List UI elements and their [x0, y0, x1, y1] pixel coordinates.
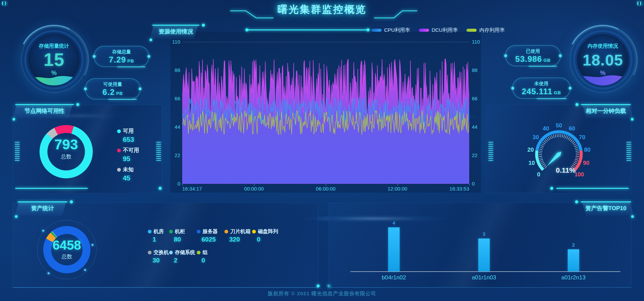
svg-text:80: 80	[584, 147, 591, 153]
memory-liquid-gauge[interactable]: 内存使用情况 18.05 %	[577, 34, 628, 85]
dashboard: 曙光集群监控概览 存储用量统计 15 % 存储总量 7.29PB 可使用量 6.…	[0, 0, 644, 301]
y-tick-label: 110	[169, 39, 180, 45]
storage-available-pill: 可使用量 6.2PB	[85, 78, 140, 99]
legend-value: 2	[174, 257, 195, 264]
legend-value: 6025	[202, 236, 218, 243]
asset-legend-item: 服务器6025	[197, 228, 218, 243]
legend-dot-icon	[148, 251, 152, 254]
legend-dot-icon	[197, 251, 200, 254]
svg-text:90: 90	[583, 160, 589, 166]
load-gauge-chart[interactable]: 0102030405060708090100	[523, 118, 595, 185]
legend-value: 320	[229, 236, 250, 243]
legend-dot-icon	[169, 251, 173, 254]
panel-accent-line	[15, 188, 88, 189]
tab-dot-icon	[631, 215, 634, 218]
svg-text:20: 20	[528, 147, 534, 153]
y-tick-label: 88	[472, 67, 478, 73]
y-tick-label: 110	[472, 39, 480, 45]
pill-dot-icon	[93, 55, 96, 58]
tab-dot-icon	[631, 118, 634, 121]
barcode-decoration	[626, 142, 631, 161]
legend-item[interactable]: DCU利用率	[419, 27, 458, 33]
memory-used-label: 已使用	[506, 48, 560, 54]
memory-used-value: 53.986	[515, 54, 542, 64]
svg-text:40: 40	[543, 125, 549, 132]
resource-usage-chart[interactable]	[182, 42, 469, 184]
asset-legend-item: 刀片机箱320	[224, 228, 250, 243]
legend-label: 不可用	[123, 147, 139, 154]
alarm-top10-tab: 资产告警TOP10	[582, 202, 630, 216]
resource-usage-title: 资源使用情况	[154, 25, 198, 38]
chart-datazoom-slider[interactable]	[247, 29, 368, 30]
asset-legend-item: 机房1	[148, 228, 164, 243]
bar-category-label: a01r1n03	[460, 274, 508, 281]
memory-used-pill: 已使用 53.986GB	[505, 45, 561, 66]
pill-accent-line	[537, 98, 566, 99]
memory-free-pill: 未使用 245.111GB	[512, 78, 570, 99]
memory-gauge-title: 内存使用情况	[577, 43, 628, 49]
memory-free-label: 未使用	[513, 81, 570, 87]
legend-item[interactable]: 内存利用率	[466, 27, 505, 33]
asset-donut-center: 6458 总数	[43, 238, 90, 260]
tab-dot-icon	[150, 39, 152, 41]
bar[interactable]	[388, 227, 400, 271]
svg-text:60: 60	[569, 125, 575, 132]
memory-gauge-unit: %	[577, 70, 628, 77]
storage-total-label: 存储总量	[94, 49, 149, 55]
bar[interactable]	[478, 239, 490, 272]
y-tick-label: 44	[169, 124, 180, 130]
storage-available-label: 可使用量	[85, 81, 140, 87]
x-tick-label: 12:00:00	[382, 186, 413, 192]
node-network-donut-center: 793 总数	[39, 136, 93, 160]
storage-gauge-title: 存储用量统计	[28, 43, 80, 49]
storage-gauge-unit: %	[28, 70, 80, 77]
storage-liquid-gauge[interactable]: 存储用量统计 15 %	[28, 34, 80, 85]
asset-stats-tab: 资产统计	[19, 202, 66, 216]
tab-dot-icon	[76, 103, 79, 106]
legend-dot-icon	[117, 168, 121, 172]
asset-total-label: 总数	[43, 253, 90, 260]
legend-dot-icon	[169, 230, 173, 233]
legend-label: 机房	[154, 228, 164, 235]
node-legend-item: 未知45	[117, 166, 134, 182]
legend-item[interactable]: CPU利用率	[371, 27, 410, 33]
legend-label: 服务器	[203, 228, 218, 235]
pill-accent-line	[108, 99, 137, 100]
pill-dot-icon	[139, 87, 141, 90]
y-tick-label: 0	[169, 181, 180, 186]
legend-label: 未知	[123, 166, 134, 173]
y-tick-label: 66	[472, 96, 478, 101]
svg-text:70: 70	[579, 134, 585, 141]
svg-text:0: 0	[537, 171, 540, 178]
legend-label: 存储系统	[175, 249, 195, 256]
asset-legend-item: 交换机30	[148, 249, 169, 264]
asset-legend-item: 机柜80	[169, 228, 185, 243]
legend-swatch-icon	[466, 29, 477, 32]
svg-text:30: 30	[533, 134, 539, 141]
bar[interactable]	[568, 249, 579, 271]
slider-handle-icon[interactable]	[367, 28, 370, 31]
copyright-footer: 版权所有 © 2021 曙光信息产业股份有限公司	[0, 291, 644, 297]
legend-value: 45	[123, 174, 134, 182]
storage-gauge-value: 15	[28, 49, 80, 70]
pill-dot-icon	[569, 87, 571, 90]
tab-dot-icon	[575, 103, 579, 106]
x-tick-label: 16:33:53	[439, 186, 469, 192]
legend-dot-icon	[117, 149, 121, 152]
resource-chart-legend: CPU利用率DCU利用率内存利用率	[371, 27, 505, 33]
legend-dot-icon	[117, 129, 121, 133]
legend-label: 磁盘阵列	[258, 228, 278, 235]
legend-swatch-icon	[371, 29, 381, 32]
pill-accent-line	[117, 67, 145, 68]
pill-dot-icon	[504, 54, 507, 57]
storage-total-value: 7.29	[109, 55, 126, 64]
load-gauge-title: 相对一分钟负载	[582, 105, 629, 118]
legend-label: CPU利用率	[384, 27, 410, 33]
node-total-label: 总数	[39, 153, 93, 160]
slider-handle-icon[interactable]	[245, 28, 248, 31]
header-decoration	[0, 0, 644, 24]
storage-total-pill: 存储总量 7.29PB	[94, 46, 149, 67]
legend-label: 可用	[123, 128, 134, 135]
legend-value: 30	[153, 257, 169, 264]
barcode-decoration	[15, 142, 20, 161]
